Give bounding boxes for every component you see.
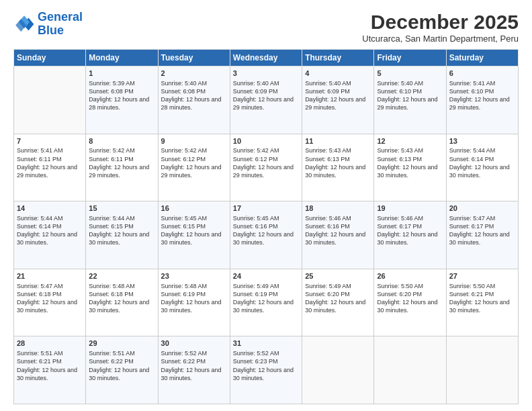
day-number: 1 [89,68,154,79]
logo-icon [13,13,35,35]
day-info: Sunrise: 5:50 AM Sunset: 6:21 PM Dayligh… [449,282,515,315]
day-number: 26 [377,271,443,281]
day-info: Sunrise: 5:51 AM Sunset: 6:21 PM Dayligh… [17,349,83,382]
logo-text: General Blue [38,11,83,38]
calendar-week-row: 21Sunrise: 5:47 AM Sunset: 6:18 PM Dayli… [14,269,519,336]
table-row: 17Sunrise: 5:45 AM Sunset: 6:16 PM Dayli… [230,201,302,269]
day-info: Sunrise: 5:49 AM Sunset: 6:19 PM Dayligh… [233,282,299,315]
day-info: Sunrise: 5:42 AM Sunset: 6:12 PM Dayligh… [161,146,227,179]
calendar-week-row: 14Sunrise: 5:44 AM Sunset: 6:14 PM Dayli… [14,201,519,269]
day-number: 6 [449,68,515,79]
day-number: 10 [233,136,299,146]
table-row: 7Sunrise: 5:41 AM Sunset: 6:11 PM Daylig… [14,134,86,201]
page: General Blue December 2025 Utcurarca, Sa… [0,0,532,411]
col-saturday: Saturday [446,50,518,66]
day-number: 20 [449,203,515,214]
day-info: Sunrise: 5:42 AM Sunset: 6:11 PM Dayligh… [89,146,154,179]
header: General Blue December 2025 Utcurarca, Sa… [13,11,519,44]
table-row: 27Sunrise: 5:50 AM Sunset: 6:21 PM Dayli… [446,269,518,336]
day-number: 14 [17,203,83,214]
day-number: 25 [305,271,371,281]
day-number: 17 [233,203,299,214]
day-number: 28 [17,338,83,349]
day-number: 3 [233,68,299,79]
table-row: 16Sunrise: 5:45 AM Sunset: 6:15 PM Dayli… [158,201,230,269]
table-row: 6Sunrise: 5:41 AM Sunset: 6:10 PM Daylig… [446,66,518,134]
table-row: 14Sunrise: 5:44 AM Sunset: 6:14 PM Dayli… [14,201,86,269]
table-row: 24Sunrise: 5:49 AM Sunset: 6:19 PM Dayli… [230,269,302,336]
table-row: 22Sunrise: 5:48 AM Sunset: 6:18 PM Dayli… [86,269,158,336]
calendar-table: Sunday Monday Tuesday Wednesday Thursday… [13,49,519,404]
table-row: 19Sunrise: 5:46 AM Sunset: 6:17 PM Dayli… [374,201,446,269]
day-info: Sunrise: 5:47 AM Sunset: 6:18 PM Dayligh… [17,282,83,315]
day-info: Sunrise: 5:40 AM Sunset: 6:08 PM Dayligh… [161,79,227,112]
table-row: 15Sunrise: 5:44 AM Sunset: 6:15 PM Dayli… [86,201,158,269]
calendar-header-row: Sunday Monday Tuesday Wednesday Thursday… [14,50,519,66]
day-number: 31 [233,338,299,349]
day-info: Sunrise: 5:43 AM Sunset: 6:13 PM Dayligh… [377,146,443,179]
day-number: 19 [377,203,443,214]
day-info: Sunrise: 5:47 AM Sunset: 6:17 PM Dayligh… [449,214,515,247]
day-info: Sunrise: 5:52 AM Sunset: 6:23 PM Dayligh… [233,349,299,382]
table-row: 8Sunrise: 5:42 AM Sunset: 6:11 PM Daylig… [86,134,158,201]
table-row: 2Sunrise: 5:40 AM Sunset: 6:08 PM Daylig… [158,66,230,134]
day-number: 5 [377,68,443,79]
day-number: 22 [89,271,154,281]
day-number: 29 [89,338,154,349]
day-number: 8 [89,136,154,146]
col-friday: Friday [374,50,446,66]
day-info: Sunrise: 5:48 AM Sunset: 6:18 PM Dayligh… [89,282,154,315]
day-number: 9 [161,136,227,146]
col-tuesday: Tuesday [158,50,230,66]
day-number: 13 [449,136,515,146]
table-row: 18Sunrise: 5:46 AM Sunset: 6:16 PM Dayli… [302,201,374,269]
day-info: Sunrise: 5:45 AM Sunset: 6:15 PM Dayligh… [161,214,227,247]
col-sunday: Sunday [14,50,86,66]
table-row [446,336,518,404]
col-thursday: Thursday [302,50,374,66]
day-info: Sunrise: 5:43 AM Sunset: 6:13 PM Dayligh… [305,146,371,179]
table-row: 23Sunrise: 5:48 AM Sunset: 6:19 PM Dayli… [158,269,230,336]
day-number: 15 [89,203,154,214]
day-info: Sunrise: 5:49 AM Sunset: 6:20 PM Dayligh… [305,282,371,315]
day-info: Sunrise: 5:51 AM Sunset: 6:22 PM Dayligh… [89,349,154,382]
table-row: 3Sunrise: 5:40 AM Sunset: 6:09 PM Daylig… [230,66,302,134]
table-row: 11Sunrise: 5:43 AM Sunset: 6:13 PM Dayli… [302,134,374,201]
table-row: 13Sunrise: 5:44 AM Sunset: 6:14 PM Dayli… [446,134,518,201]
logo: General Blue [13,11,83,38]
table-row: 5Sunrise: 5:40 AM Sunset: 6:10 PM Daylig… [374,66,446,134]
day-number: 24 [233,271,299,281]
table-row [302,336,374,404]
day-info: Sunrise: 5:48 AM Sunset: 6:19 PM Dayligh… [161,282,227,315]
day-number: 27 [449,271,515,281]
day-number: 23 [161,271,227,281]
day-info: Sunrise: 5:46 AM Sunset: 6:17 PM Dayligh… [377,214,443,247]
day-info: Sunrise: 5:50 AM Sunset: 6:20 PM Dayligh… [377,282,443,315]
table-row: 10Sunrise: 5:42 AM Sunset: 6:12 PM Dayli… [230,134,302,201]
col-monday: Monday [86,50,158,66]
day-number: 2 [161,68,227,79]
day-number: 30 [161,338,227,349]
table-row: 9Sunrise: 5:42 AM Sunset: 6:12 PM Daylig… [158,134,230,201]
calendar-week-row: 28Sunrise: 5:51 AM Sunset: 6:21 PM Dayli… [14,336,519,404]
month-title: December 2025 [362,11,519,34]
table-row: 1Sunrise: 5:39 AM Sunset: 6:08 PM Daylig… [86,66,158,134]
day-info: Sunrise: 5:46 AM Sunset: 6:16 PM Dayligh… [305,214,371,247]
day-info: Sunrise: 5:44 AM Sunset: 6:15 PM Dayligh… [89,214,154,247]
table-row: 29Sunrise: 5:51 AM Sunset: 6:22 PM Dayli… [86,336,158,404]
day-number: 4 [305,68,371,79]
day-info: Sunrise: 5:52 AM Sunset: 6:22 PM Dayligh… [161,349,227,382]
day-info: Sunrise: 5:40 AM Sunset: 6:09 PM Dayligh… [305,79,371,112]
calendar-week-row: 1Sunrise: 5:39 AM Sunset: 6:08 PM Daylig… [14,66,519,134]
day-info: Sunrise: 5:44 AM Sunset: 6:14 PM Dayligh… [449,146,515,179]
day-number: 21 [17,271,83,281]
day-info: Sunrise: 5:39 AM Sunset: 6:08 PM Dayligh… [89,79,154,112]
day-number: 16 [161,203,227,214]
table-row: 21Sunrise: 5:47 AM Sunset: 6:18 PM Dayli… [14,269,86,336]
day-number: 18 [305,203,371,214]
day-number: 11 [305,136,371,146]
day-number: 12 [377,136,443,146]
table-row: 26Sunrise: 5:50 AM Sunset: 6:20 PM Dayli… [374,269,446,336]
day-info: Sunrise: 5:41 AM Sunset: 6:11 PM Dayligh… [17,146,83,179]
calendar-week-row: 7Sunrise: 5:41 AM Sunset: 6:11 PM Daylig… [14,134,519,201]
